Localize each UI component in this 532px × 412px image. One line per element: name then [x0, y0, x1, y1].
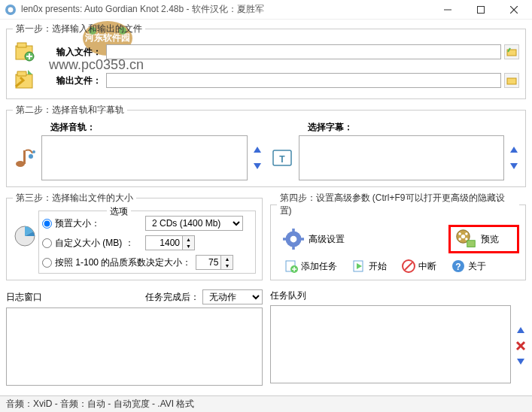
audio-up-button[interactable] — [252, 145, 263, 156]
add-task-button[interactable]: 添加任务 — [284, 259, 337, 273]
subtitle-track-list[interactable] — [299, 135, 505, 180]
folder-open-icon — [506, 47, 517, 56]
step3-group: 第三步：选择输出文件的大小 选项 预置大小： 2 CDs (1400 Mb) 自… — [6, 192, 263, 280]
quality-radio[interactable] — [42, 258, 52, 268]
audio-icon — [13, 146, 37, 170]
close-button[interactable] — [497, 0, 530, 20]
queue-down-button[interactable] — [515, 356, 526, 366]
task-queue-list[interactable] — [270, 305, 512, 383]
film-reel-icon — [455, 229, 476, 250]
svg-text:?: ? — [455, 262, 461, 272]
svg-rect-10 — [17, 43, 26, 47]
svg-point-31 — [465, 232, 468, 235]
after-complete-label: 任务完成后： — [145, 291, 199, 304]
preset-size-combo[interactable]: 2 CDs (1400 Mb) — [145, 216, 243, 231]
svg-rect-14 — [507, 78, 516, 84]
step1-group: 第一步：选择输入和输出的文件 输入文件： 输出文件： — [6, 23, 526, 99]
svg-text:T: T — [279, 154, 285, 165]
preset-size-label: 预置大小： — [55, 217, 145, 230]
status-text: 音频：XviD - 音频：自动 - 自动宽度 - .AVI 格式 — [6, 398, 194, 410]
input-file-field[interactable] — [106, 44, 501, 59]
svg-point-30 — [458, 232, 461, 235]
audio-track-list[interactable] — [41, 135, 248, 180]
app-icon — [5, 4, 17, 16]
status-bar: 音频：XviD - 音频：自动 - 自动宽度 - .AVI 格式 — [0, 395, 532, 412]
advanced-settings-button[interactable]: 高级设置 — [277, 226, 351, 253]
title-bar: len0x presents: Auto Gordian Knot 2.48b … — [0, 0, 532, 20]
svg-rect-34 — [467, 241, 476, 247]
svg-point-29 — [461, 235, 465, 238]
maximize-button[interactable] — [464, 0, 497, 20]
custom-size-label: 自定义大小 (MB) ： — [55, 237, 145, 250]
minimize-button[interactable] — [431, 0, 464, 20]
audio-track-label: 选择音轨： — [50, 121, 263, 134]
about-button[interactable]: ? 关于 — [451, 259, 486, 273]
queue-delete-button[interactable] — [515, 341, 526, 351]
svg-rect-2 — [478, 6, 485, 13]
step2-legend: 第二步：选择音轨和字幕轨 — [13, 104, 127, 117]
svg-rect-27 — [299, 238, 303, 241]
open-file-icon — [13, 40, 37, 64]
task-queue-label: 任务队列 — [270, 289, 306, 302]
log-window-label: 日志窗口 — [6, 291, 42, 304]
svg-line-39 — [405, 262, 412, 270]
folder-save-icon — [506, 76, 517, 85]
step3-legend: 第三步：选择输出文件的大小 — [13, 192, 136, 204]
gear-icon — [283, 229, 304, 250]
svg-point-18 — [32, 150, 35, 153]
queue-up-button[interactable] — [515, 326, 526, 336]
browse-output-button[interactable] — [504, 73, 519, 88]
preset-size-radio[interactable] — [42, 219, 52, 229]
stop-icon — [402, 259, 415, 273]
step4-group: 第四步：设置高级参数 (Ctrl+F9可以打开更高级的隐藏设置) 高级设置 预览… — [270, 192, 527, 280]
options-label: 选项 — [107, 205, 131, 218]
step1-legend: 第一步：选择输入和输出的文件 — [13, 23, 145, 35]
audio-down-button[interactable] — [252, 160, 263, 171]
svg-point-32 — [458, 238, 461, 241]
help-icon: ? — [451, 259, 465, 273]
subtitle-up-button[interactable] — [509, 145, 519, 156]
stop-button[interactable]: 中断 — [402, 259, 436, 273]
svg-point-33 — [465, 238, 468, 241]
svg-rect-26 — [283, 238, 287, 241]
custom-size-spinner[interactable]: ▲▼ — [145, 235, 195, 250]
svg-rect-24 — [292, 229, 295, 232]
after-complete-combo[interactable]: 无动作 — [202, 289, 263, 304]
log-textarea[interactable] — [6, 307, 263, 386]
svg-point-17 — [29, 154, 33, 159]
preview-button[interactable]: 预览 — [448, 225, 519, 253]
start-button[interactable]: 开始 — [352, 259, 387, 273]
browse-input-button[interactable] — [504, 44, 519, 59]
pie-chart-icon — [13, 224, 37, 248]
subtitle-track-label: 选择字幕： — [308, 121, 520, 134]
svg-rect-16 — [23, 150, 26, 164]
input-file-label: 输入文件： — [41, 46, 102, 59]
subtitle-down-button[interactable] — [509, 160, 519, 171]
svg-point-23 — [290, 236, 296, 243]
step2-group: 第二步：选择音轨和字幕轨 选择音轨： 选择字幕： T — [6, 104, 526, 187]
quality-spinner[interactable]: ▲▼ — [196, 255, 233, 270]
add-task-icon — [284, 259, 298, 273]
step4-legend: 第四步：设置高级参数 (Ctrl+F9可以打开更高级的隐藏设置) — [277, 192, 520, 217]
quality-label: 按照 1-100 的品质系数决定大小： — [55, 256, 191, 269]
window-title: len0x presents: Auto Gordian Knot 2.48b … — [21, 3, 431, 16]
start-icon — [352, 259, 366, 273]
subtitle-icon: T — [270, 146, 294, 170]
output-file-field[interactable] — [106, 73, 501, 88]
custom-size-radio[interactable] — [42, 238, 52, 248]
svg-rect-25 — [292, 246, 295, 250]
output-file-label: 输出文件： — [41, 74, 102, 87]
save-file-icon — [13, 68, 37, 92]
